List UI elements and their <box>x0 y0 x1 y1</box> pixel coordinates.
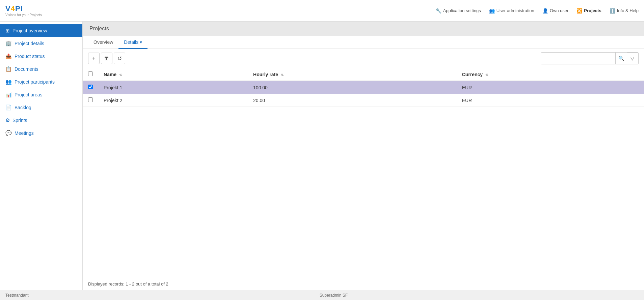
toolbar: + 🗑 ↺ 🔍 ▽ <box>83 49 644 68</box>
nav-app-settings-label: Application settings <box>443 8 481 13</box>
trash-icon: 🗑 <box>104 55 109 61</box>
add-button[interactable]: + <box>88 53 100 64</box>
nav-info-help[interactable]: ℹ️ Info & Help <box>610 8 639 13</box>
tabs-bar: Overview Details ▾ <box>83 36 644 49</box>
header: V4PI Visions for your Projects 🔧 Applica… <box>0 0 644 22</box>
nav-own-user-label: Own user <box>550 8 569 13</box>
status-bar: Testmandant Superadmin SF <box>0 290 644 300</box>
nav-own-user[interactable]: 👤 Own user <box>542 8 569 13</box>
col-name[interactable]: Name ⇅ <box>98 68 248 81</box>
sidebar-item-label: Sprints <box>12 118 27 123</box>
nav-info-help-label: Info & Help <box>617 8 639 13</box>
sidebar-item-meetings[interactable]: 💬 Meetings <box>0 127 82 140</box>
logo-text: V4PI <box>5 4 23 13</box>
sidebar-item-project-overview[interactable]: ⊞ Project overview <box>0 24 82 37</box>
sidebar-item-label: Project details <box>15 41 44 46</box>
sidebar-item-project-details[interactable]: 🏢 Project details <box>0 37 82 50</box>
status-center: Superadmin SF <box>320 293 348 298</box>
content-body: Overview Details ▾ + 🗑 ↺ <box>83 36 644 290</box>
nav-user-admin[interactable]: 👥 User administration <box>489 8 534 13</box>
projects-icon: 🔀 <box>576 8 582 13</box>
tab-overview[interactable]: Overview <box>88 36 118 49</box>
row1-checkbox-cell[interactable] <box>83 81 98 94</box>
sidebar-item-label: Project areas <box>15 92 42 97</box>
sidebar-item-backlog[interactable]: 📄 Backlog <box>0 101 82 114</box>
sort-hourly-icon: ⇅ <box>281 73 284 77</box>
sidebar: ⊞ Project overview 🏢 Project details 📤 P… <box>0 22 83 290</box>
sidebar-item-project-areas[interactable]: 📊 Project areas <box>0 88 82 101</box>
page-title: Projects <box>83 22 644 36</box>
header-nav: 🔧 Application settings 👥 User administra… <box>436 8 639 13</box>
logo: V4PI Visions for your Projects <box>5 4 42 17</box>
row2-name: Projekt 2 <box>98 94 248 107</box>
sidebar-item-label: Documents <box>15 66 38 72</box>
row1-currency: EUR <box>457 81 644 94</box>
table-header-row: Name ⇅ Hourly rate ⇅ Currency ⇅ <box>83 68 644 81</box>
records-footer: Displayed records: 1 - 2 out of a total … <box>83 278 644 290</box>
col-currency[interactable]: Currency ⇅ <box>457 68 644 81</box>
sort-name-icon: ⇅ <box>119 73 122 77</box>
projects-table: Name ⇅ Hourly rate ⇅ Currency ⇅ <box>83 68 644 107</box>
sidebar-item-label: Meetings <box>15 130 34 136</box>
sidebar-item-label: Project participants <box>15 79 55 85</box>
nav-projects[interactable]: 🔀 Projects <box>576 8 601 13</box>
col-hourly-rate[interactable]: Hourly rate ⇅ <box>248 68 457 81</box>
filter-icon: ▽ <box>630 56 634 61</box>
row1-checkbox[interactable] <box>88 85 93 89</box>
upload-icon: 📤 <box>5 53 12 59</box>
sort-currency-icon: ⇅ <box>485 73 488 77</box>
table-row[interactable]: Projekt 1 100.00 EUR <box>83 81 644 94</box>
row1-hourly-rate: 100.00 <box>248 81 457 94</box>
delete-button[interactable]: 🗑 <box>101 53 112 64</box>
search-input[interactable] <box>541 53 615 64</box>
participants-icon: 👥 <box>5 79 12 85</box>
select-all-checkbox[interactable] <box>88 71 93 76</box>
sidebar-item-project-participants[interactable]: 👥 Project participants <box>0 76 82 88</box>
table-container: Name ⇅ Hourly rate ⇅ Currency ⇅ <box>83 68 644 278</box>
logo-tagline: Visions for your Projects <box>5 13 42 17</box>
search-box: 🔍 ▽ <box>541 52 639 64</box>
records-text: Displayed records: 1 - 2 out of a total … <box>88 281 168 287</box>
refresh-icon: ↺ <box>117 55 122 62</box>
wrench-icon: 🔧 <box>436 8 441 13</box>
row1-name: Projekt 1 <box>98 81 248 94</box>
content-area: Projects Overview Details ▾ + 🗑 <box>83 22 644 290</box>
search-icon: 🔍 <box>618 56 624 61</box>
sidebar-item-documents[interactable]: 📋 Documents <box>0 63 82 76</box>
document-icon: 📄 <box>5 104 12 111</box>
building-icon: 🏢 <box>5 40 12 47</box>
info-icon: ℹ️ <box>610 8 615 13</box>
tab-details[interactable]: Details ▾ <box>118 36 147 49</box>
sidebar-item-label: Project overview <box>12 28 47 33</box>
row2-checkbox-cell[interactable] <box>83 94 98 107</box>
nav-user-admin-label: User administration <box>497 8 534 13</box>
clipboard-icon: 📋 <box>5 66 12 72</box>
sidebar-item-sprints[interactable]: ⚙ Sprints <box>0 114 82 127</box>
search-button[interactable]: 🔍 <box>615 53 627 64</box>
row2-currency: EUR <box>457 94 644 107</box>
sidebar-item-label: Product status <box>15 54 45 59</box>
plus-icon: + <box>92 55 95 61</box>
user-icon: 👤 <box>542 8 548 13</box>
nav-projects-label: Projects <box>584 8 601 13</box>
filter-button[interactable]: ▽ <box>627 53 638 64</box>
table-row[interactable]: Projekt 2 20.00 EUR <box>83 94 644 107</box>
refresh-button[interactable]: ↺ <box>114 53 125 64</box>
main-layout: ⊞ Project overview 🏢 Project details 📤 P… <box>0 22 644 290</box>
row2-hourly-rate: 20.00 <box>248 94 457 107</box>
sidebar-item-product-status[interactable]: 📤 Product status <box>0 50 82 63</box>
row2-checkbox[interactable] <box>88 97 93 102</box>
chat-icon: 💬 <box>5 130 12 136</box>
sidebar-item-label: Backlog <box>15 105 31 110</box>
grid-icon: ⊞ <box>5 28 10 34</box>
chart-icon: 📊 <box>5 92 12 98</box>
users-icon: 👥 <box>489 8 495 13</box>
status-left: Testmandant <box>5 293 29 298</box>
select-all-header[interactable] <box>83 68 98 81</box>
nav-app-settings[interactable]: 🔧 Application settings <box>436 8 481 13</box>
gear-icon: ⚙ <box>5 117 10 123</box>
